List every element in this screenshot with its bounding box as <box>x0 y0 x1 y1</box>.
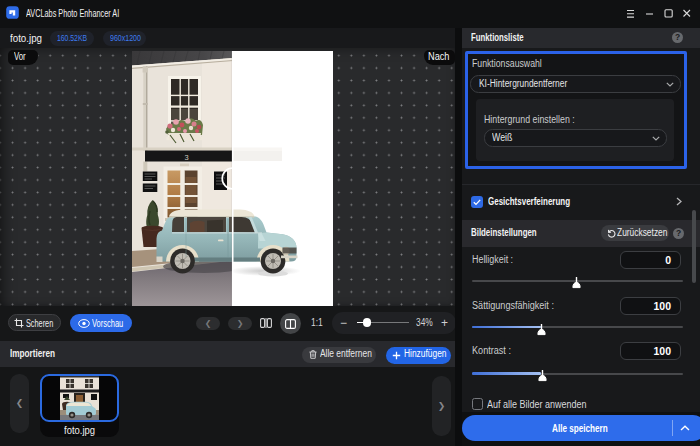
svg-text:3: 3 <box>184 152 188 161</box>
